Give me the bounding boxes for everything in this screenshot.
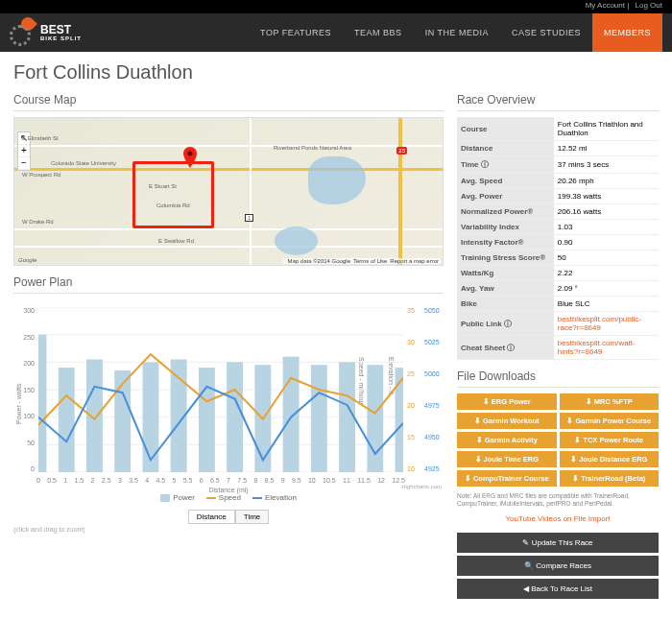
- terms-link[interactable]: Terms of Use: [353, 258, 387, 264]
- download-garmin-power-course[interactable]: ⬇ Garmin Power Course: [560, 413, 660, 429]
- overview-row: Cheat Sheet ⓘbestbikesplit.com/watt-hint…: [457, 336, 659, 360]
- svg-rect-14: [199, 368, 215, 472]
- svg-rect-9: [59, 368, 75, 472]
- overview-heading: Race Overview: [457, 93, 659, 111]
- map-label: Colorado State University: [51, 160, 116, 166]
- power-chart[interactable]: Power - watts Speed - mi/hour Elevation …: [13, 299, 444, 491]
- race-actions: ✎ Update This Race🔍 Compare Races◀ Back …: [457, 533, 659, 599]
- nav-team-bbs[interactable]: TEAM BBS: [343, 13, 414, 52]
- route-overlay: [132, 161, 214, 228]
- svg-rect-11: [114, 370, 131, 472]
- svg-point-0: [188, 152, 193, 156]
- google-logo: Google: [18, 257, 36, 263]
- downloads-heading: File Downloads: [457, 369, 659, 388]
- overview-row: Distance12.52 mi: [457, 141, 659, 156]
- svg-rect-12: [142, 362, 158, 472]
- map-heading: Course Map: [13, 93, 444, 111]
- page-title: Fort Collins Duathlon: [13, 61, 659, 83]
- my-account-link[interactable]: My Account: [586, 1, 625, 10]
- svg-rect-19: [339, 362, 355, 472]
- brand-name: BEST: [40, 24, 82, 36]
- main-nav: TOP FEATURESTEAM BBSIN THE MEDIACASE STU…: [249, 13, 662, 52]
- downloads-note: Note: All ERG and MRC files are compatib…: [457, 492, 659, 509]
- overview-row: BikeBlue SLC: [457, 297, 659, 312]
- route-shield-icon: 1: [245, 214, 253, 222]
- brand-logo[interactable]: BEST BIKE SPLIT: [10, 19, 82, 46]
- map-attribution: Map data ©2014 GoogleTerms of UseReport …: [283, 258, 442, 264]
- toggle-time[interactable]: Time: [235, 510, 269, 524]
- map-label: W Drake Rd: [22, 219, 54, 225]
- download-tcx-power-route[interactable]: ⬇ TCX Power Route: [560, 432, 660, 448]
- youtube-link[interactable]: YouTube Videos on File Import: [457, 514, 659, 523]
- download-joule-time-erg[interactable]: ⬇ Joule Time ERG: [457, 451, 557, 467]
- svg-rect-10: [86, 359, 103, 472]
- nav-top-features[interactable]: TOP FEATURES: [249, 13, 343, 52]
- chart-legend: Power Speed Elevation: [13, 493, 444, 502]
- overview-row: Public Link ⓘbestbikesplit.com/public-ra…: [457, 312, 659, 336]
- overview-row: Variability Index1.03: [457, 220, 659, 235]
- main-header: BEST BIKE SPLIT TOP FEATURESTEAM BBSIN T…: [0, 13, 672, 52]
- logo-icon: [10, 19, 36, 46]
- map-pin-icon: [182, 147, 198, 162]
- overview-link[interactable]: bestbikesplit.com/watt-hints?r=8649: [558, 339, 636, 356]
- download-computrainer-course[interactable]: ⬇ CompuTrainer Course: [457, 470, 557, 487]
- map-label: Columbia Rd: [156, 202, 190, 208]
- svg-rect-20: [367, 365, 383, 472]
- svg-rect-18: [311, 365, 327, 472]
- highway-shield-icon: 25: [396, 147, 407, 155]
- nav-in-the-media[interactable]: IN THE MEDIA: [414, 13, 500, 52]
- action-button[interactable]: 🔍 Compare Races: [457, 556, 659, 576]
- svg-rect-8: [38, 335, 46, 472]
- overview-row: Intensity Factor®0.90: [457, 235, 659, 250]
- download-garmin-workout[interactable]: ⬇ Garmin Workout: [457, 413, 557, 429]
- download-garmin-activity[interactable]: ⬇ Garmin Activity: [457, 432, 557, 448]
- download-mrc-ftp[interactable]: ⬇ MRC %FTP: [560, 393, 660, 410]
- logout-link[interactable]: Log Out: [636, 1, 662, 10]
- brand-subtitle: BIKE SPLIT: [40, 36, 82, 41]
- action-button[interactable]: ✎ Update This Race: [457, 533, 659, 553]
- x-axis-toggle: DistanceTime: [13, 506, 444, 524]
- download-grid: ⬇ ERG Power⬇ MRC %FTP⬇ Garmin Workout⬇ G…: [457, 393, 659, 487]
- report-link[interactable]: Report a map error: [390, 258, 439, 264]
- map-label: W Prospect Rd: [22, 172, 60, 178]
- overview-row: Avg. Speed20.26 mph: [457, 174, 659, 189]
- download-erg-power[interactable]: ⬇ ERG Power: [457, 393, 557, 410]
- svg-rect-15: [227, 362, 243, 472]
- overview-row: Training Stress Score®50: [457, 250, 659, 266]
- nav-case-studies[interactable]: CASE STUDIES: [500, 13, 592, 52]
- overview-row: Time ⓘ37 mins 3 secs: [457, 156, 659, 174]
- nav-members[interactable]: MEMBERS: [592, 13, 662, 52]
- map-label: Riverbend Ponds Natural Area: [274, 145, 351, 151]
- chart-credit: Highcharts.com: [401, 484, 442, 489]
- course-map[interactable]: ↖+− Colorado State University Riverbend …: [13, 117, 444, 266]
- overview-link[interactable]: bestbikesplit.com/public-race?r=8649: [558, 315, 641, 332]
- overview-row: Normalized Power®206.16 watts: [457, 204, 659, 220]
- overview-row: Avg. Power199.38 watts: [457, 189, 659, 204]
- top-utility-bar: My Account | Log Out: [0, 0, 672, 13]
- toggle-distance[interactable]: Distance: [188, 510, 235, 524]
- overview-row: Watts/Kg2.22: [457, 266, 659, 281]
- x-axis-label: Distance (mi): [208, 487, 248, 493]
- overview-table: CourseFort Collins Triathlon and Duathlo…: [457, 117, 659, 360]
- overview-row: CourseFort Collins Triathlon and Duathlo…: [457, 117, 659, 141]
- map-label: E Stuart St: [149, 183, 177, 189]
- map-label: E Swallow Rd: [158, 238, 194, 244]
- power-plan-heading: Power Plan: [13, 275, 444, 294]
- map-label: E Elizabeth St: [22, 135, 59, 141]
- svg-rect-17: [283, 357, 300, 472]
- download-joule-distance-erg[interactable]: ⬇ Joule Distance ERG: [560, 451, 660, 467]
- zoom-hint: (click and drag to zoom): [13, 526, 444, 533]
- download-trainerroad-beta-[interactable]: ⬇ TrainerRoad (Beta): [560, 470, 660, 487]
- action-button[interactable]: ◀ Back To Race List: [457, 579, 659, 599]
- overview-row: Avg. Yaw2.09 °: [457, 281, 659, 297]
